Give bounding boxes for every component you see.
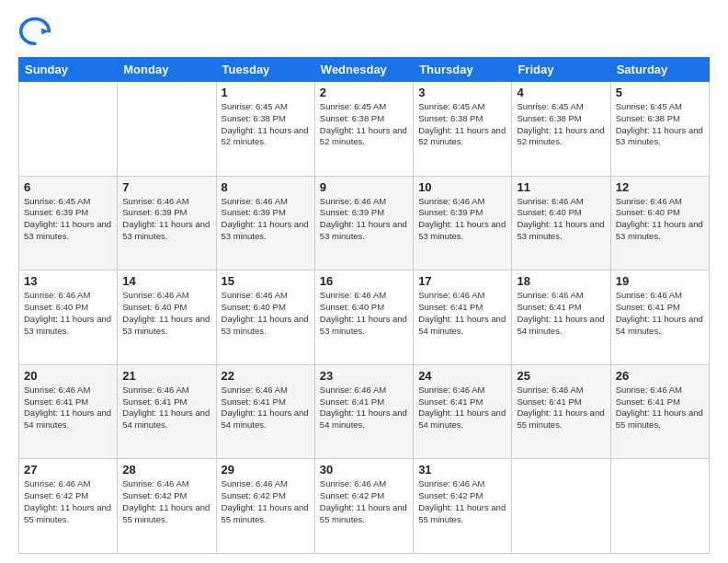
day-detail: Sunrise: 6:45 AM Sunset: 6:38 PM Dayligh…: [320, 101, 408, 148]
calendar-cell: 29Sunrise: 6:46 AM Sunset: 6:42 PM Dayli…: [216, 459, 314, 554]
day-detail: Sunrise: 6:46 AM Sunset: 6:42 PM Dayligh…: [418, 478, 506, 525]
calendar-cell: 14Sunrise: 6:46 AM Sunset: 6:40 PM Dayli…: [118, 270, 216, 365]
day-number: 13: [24, 274, 112, 288]
day-number: 7: [122, 180, 210, 194]
calendar-cell: [19, 82, 118, 177]
day-number: 31: [418, 463, 506, 477]
calendar-cell: [512, 459, 610, 554]
day-detail: Sunrise: 6:46 AM Sunset: 6:39 PM Dayligh…: [418, 196, 506, 243]
day-detail: Sunrise: 6:46 AM Sunset: 6:42 PM Dayligh…: [24, 478, 112, 525]
calendar-cell: 15Sunrise: 6:46 AM Sunset: 6:40 PM Dayli…: [216, 270, 314, 365]
calendar-cell: 17Sunrise: 6:46 AM Sunset: 6:41 PM Dayli…: [414, 270, 512, 365]
calendar-cell: 24Sunrise: 6:46 AM Sunset: 6:41 PM Dayli…: [414, 364, 512, 459]
day-number: 2: [320, 86, 408, 99]
day-detail: Sunrise: 6:46 AM Sunset: 6:40 PM Dayligh…: [24, 290, 112, 337]
calendar-cell: 30Sunrise: 6:46 AM Sunset: 6:42 PM Dayli…: [314, 459, 413, 554]
calendar-cell: 7Sunrise: 6:46 AM Sunset: 6:39 PM Daylig…: [118, 176, 216, 270]
calendar-cell: 20Sunrise: 6:46 AM Sunset: 6:41 PM Dayli…: [19, 364, 118, 459]
day-number: 9: [320, 180, 408, 194]
day-header-wednesday: Wednesday: [314, 58, 413, 82]
day-number: 17: [418, 274, 506, 288]
day-detail: Sunrise: 6:46 AM Sunset: 6:40 PM Dayligh…: [122, 290, 210, 337]
day-detail: Sunrise: 6:46 AM Sunset: 6:40 PM Dayligh…: [517, 196, 605, 243]
day-header-friday: Friday: [512, 58, 610, 82]
day-header-thursday: Thursday: [414, 58, 512, 82]
calendar-cell: 23Sunrise: 6:46 AM Sunset: 6:41 PM Dayli…: [314, 364, 413, 459]
day-number: 11: [517, 180, 605, 194]
day-number: 15: [222, 274, 310, 288]
calendar-cell: 11Sunrise: 6:46 AM Sunset: 6:40 PM Dayli…: [512, 176, 610, 270]
day-number: 29: [222, 463, 310, 477]
week-row-4: 27Sunrise: 6:46 AM Sunset: 6:42 PM Dayli…: [19, 459, 710, 554]
calendar-cell: 27Sunrise: 6:46 AM Sunset: 6:42 PM Dayli…: [19, 459, 118, 554]
calendar-cell: 31Sunrise: 6:46 AM Sunset: 6:42 PM Dayli…: [414, 459, 512, 554]
calendar-cell: 10Sunrise: 6:46 AM Sunset: 6:39 PM Dayli…: [414, 176, 512, 270]
day-detail: Sunrise: 6:46 AM Sunset: 6:40 PM Dayligh…: [222, 290, 310, 337]
day-number: 12: [616, 180, 704, 194]
day-detail: Sunrise: 6:45 AM Sunset: 6:38 PM Dayligh…: [517, 101, 605, 148]
week-row-1: 6Sunrise: 6:45 AM Sunset: 6:39 PM Daylig…: [19, 176, 710, 270]
day-number: 25: [517, 369, 605, 383]
day-number: 18: [517, 274, 605, 288]
calendar-cell: 18Sunrise: 6:46 AM Sunset: 6:41 PM Dayli…: [512, 270, 610, 365]
day-header-sunday: Sunday: [19, 58, 118, 82]
calendar-cell: 6Sunrise: 6:45 AM Sunset: 6:39 PM Daylig…: [19, 176, 118, 270]
logo: [18, 15, 55, 48]
day-detail: Sunrise: 6:46 AM Sunset: 6:39 PM Dayligh…: [320, 196, 408, 243]
calendar-cell: 12Sunrise: 6:46 AM Sunset: 6:40 PM Dayli…: [610, 176, 709, 270]
day-detail: Sunrise: 6:46 AM Sunset: 6:39 PM Dayligh…: [222, 196, 310, 243]
day-detail: Sunrise: 6:46 AM Sunset: 6:41 PM Dayligh…: [616, 290, 704, 337]
day-number: 8: [222, 180, 310, 194]
day-number: 10: [418, 180, 506, 194]
day-detail: Sunrise: 6:46 AM Sunset: 6:40 PM Dayligh…: [320, 290, 408, 337]
calendar-cell: 1Sunrise: 6:45 AM Sunset: 6:38 PM Daylig…: [216, 82, 314, 177]
day-detail: Sunrise: 6:45 AM Sunset: 6:38 PM Dayligh…: [222, 101, 310, 148]
day-number: 5: [616, 86, 704, 99]
day-number: 3: [418, 86, 506, 99]
header: [18, 15, 710, 48]
calendar-cell: 16Sunrise: 6:46 AM Sunset: 6:40 PM Dayli…: [314, 270, 413, 365]
day-detail: Sunrise: 6:46 AM Sunset: 6:42 PM Dayligh…: [222, 478, 310, 525]
day-number: 21: [122, 369, 210, 383]
day-detail: Sunrise: 6:46 AM Sunset: 6:40 PM Dayligh…: [616, 196, 704, 243]
logo-icon: [18, 15, 51, 48]
calendar-table: SundayMondayTuesdayWednesdayThursdayFrid…: [18, 57, 710, 554]
day-detail: Sunrise: 6:45 AM Sunset: 6:38 PM Dayligh…: [616, 101, 704, 148]
day-detail: Sunrise: 6:46 AM Sunset: 6:41 PM Dayligh…: [517, 385, 605, 431]
calendar-cell: 2Sunrise: 6:45 AM Sunset: 6:38 PM Daylig…: [314, 82, 413, 177]
days-header-row: SundayMondayTuesdayWednesdayThursdayFrid…: [19, 58, 710, 82]
day-detail: Sunrise: 6:46 AM Sunset: 6:41 PM Dayligh…: [418, 290, 506, 337]
day-detail: Sunrise: 6:45 AM Sunset: 6:38 PM Dayligh…: [418, 101, 506, 148]
day-number: 20: [24, 369, 112, 383]
day-detail: Sunrise: 6:46 AM Sunset: 6:41 PM Dayligh…: [122, 385, 210, 431]
day-number: 16: [320, 274, 408, 288]
day-number: 23: [320, 369, 408, 383]
page: SundayMondayTuesdayWednesdayThursdayFrid…: [0, 0, 728, 563]
calendar-header: SundayMondayTuesdayWednesdayThursdayFrid…: [19, 58, 710, 82]
day-detail: Sunrise: 6:46 AM Sunset: 6:41 PM Dayligh…: [517, 290, 605, 337]
calendar-cell: 25Sunrise: 6:46 AM Sunset: 6:41 PM Dayli…: [512, 364, 610, 459]
day-detail: Sunrise: 6:46 AM Sunset: 6:41 PM Dayligh…: [616, 385, 704, 431]
day-number: 4: [517, 86, 605, 99]
day-number: 6: [24, 180, 112, 194]
calendar-cell: 9Sunrise: 6:46 AM Sunset: 6:39 PM Daylig…: [314, 176, 413, 270]
calendar-body: 1Sunrise: 6:45 AM Sunset: 6:38 PM Daylig…: [19, 82, 710, 554]
week-row-3: 20Sunrise: 6:46 AM Sunset: 6:41 PM Dayli…: [19, 364, 710, 459]
calendar-cell: [118, 82, 216, 177]
calendar-cell: 22Sunrise: 6:46 AM Sunset: 6:41 PM Dayli…: [216, 364, 314, 459]
day-number: 1: [222, 86, 310, 99]
week-row-0: 1Sunrise: 6:45 AM Sunset: 6:38 PM Daylig…: [19, 82, 710, 177]
day-number: 28: [122, 463, 210, 477]
day-number: 22: [222, 369, 310, 383]
day-number: 30: [320, 463, 408, 477]
calendar-cell: 28Sunrise: 6:46 AM Sunset: 6:42 PM Dayli…: [118, 459, 216, 554]
day-detail: Sunrise: 6:46 AM Sunset: 6:41 PM Dayligh…: [24, 385, 112, 431]
calendar-cell: [610, 459, 709, 554]
day-number: 26: [616, 369, 704, 383]
calendar-cell: 13Sunrise: 6:46 AM Sunset: 6:40 PM Dayli…: [19, 270, 118, 365]
day-detail: Sunrise: 6:46 AM Sunset: 6:41 PM Dayligh…: [418, 385, 506, 431]
calendar-cell: 21Sunrise: 6:46 AM Sunset: 6:41 PM Dayli…: [118, 364, 216, 459]
day-detail: Sunrise: 6:46 AM Sunset: 6:41 PM Dayligh…: [320, 385, 408, 431]
calendar-cell: 8Sunrise: 6:46 AM Sunset: 6:39 PM Daylig…: [216, 176, 314, 270]
week-row-2: 13Sunrise: 6:46 AM Sunset: 6:40 PM Dayli…: [19, 270, 710, 365]
